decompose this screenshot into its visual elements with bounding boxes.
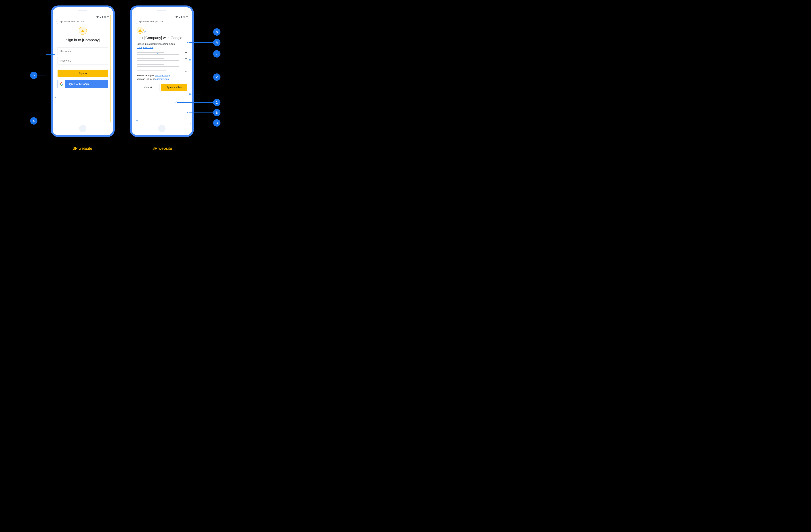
status-time: 12:30 — [104, 16, 109, 18]
callout-1: 1 — [213, 99, 220, 106]
connector-dot — [189, 93, 191, 95]
url-bar[interactable]: https://www.example.com — [57, 19, 109, 24]
connector-dot — [55, 54, 56, 55]
connector-line — [188, 42, 213, 43]
home-button[interactable] — [158, 125, 166, 132]
connector-dot — [144, 31, 146, 32]
password-input[interactable] — [58, 57, 108, 64]
svg-rect-2 — [181, 16, 182, 18]
connector-dot — [187, 42, 189, 43]
connector-dot — [136, 120, 138, 121]
callout-8: 8 — [213, 28, 220, 35]
google-signin-button[interactable]: Sign in with Google — [58, 80, 108, 88]
connector-line — [46, 55, 56, 55]
callout-2: 2 — [213, 73, 220, 81]
google-logo-icon — [58, 80, 65, 88]
callout-3: 3 — [213, 119, 220, 126]
callout-A: A — [213, 39, 220, 46]
connector-line — [145, 32, 213, 32]
status-bar: 12:30 — [55, 15, 110, 19]
connector-dot — [157, 53, 159, 55]
home-button[interactable] — [79, 125, 87, 132]
cancel-button[interactable]: Cancel — [137, 83, 159, 91]
phone-consent: 12:30 https://www.example.com Link [Comp… — [130, 5, 194, 137]
svg-rect-3 — [181, 16, 182, 16]
scope-list — [137, 52, 187, 72]
agree-link-button[interactable]: Agree and link — [161, 83, 187, 91]
callout-7: 7 — [213, 50, 220, 58]
phone-speaker — [78, 10, 87, 11]
status-time: 12:30 — [183, 16, 188, 18]
battery-icon — [181, 16, 182, 18]
callout-6: 6 — [213, 109, 220, 116]
triangle-icon — [81, 29, 85, 32]
scope-item[interactable] — [137, 58, 187, 62]
chevron-down-icon — [185, 52, 187, 53]
unlink-link[interactable]: example.com — [155, 78, 169, 80]
cell-icon — [179, 16, 180, 18]
connector-line — [188, 112, 213, 113]
connector-dot — [175, 102, 177, 103]
connector-dot — [55, 96, 56, 97]
phone-signin: 12:30 https://www.example.com Sign in to… — [51, 5, 115, 137]
company-logo — [79, 27, 87, 35]
connector-line — [190, 60, 201, 60]
signed-in-as: Signed in as user123@example.com — [137, 43, 187, 45]
privacy-policy-link[interactable]: Privacy Policy — [155, 74, 170, 77]
url-bar[interactable]: https://www.example.com — [136, 19, 188, 24]
phone-speaker — [157, 10, 166, 11]
status-bar: 12:30 — [134, 15, 189, 19]
connector-dot — [189, 59, 191, 61]
scope-item[interactable] — [137, 71, 187, 72]
cell-icon — [100, 16, 101, 18]
connector-line — [37, 75, 46, 75]
connector-line — [201, 77, 213, 77]
unlink-line: You can unlink at example.com — [137, 78, 187, 80]
phone-caption-right: 3P website — [153, 146, 172, 151]
callout-4: 4 — [30, 117, 37, 124]
signin-button[interactable]: Sign In — [58, 70, 108, 77]
wifi-icon — [96, 16, 98, 18]
connector-line — [158, 54, 213, 54]
phone-caption-left: 3P website — [73, 146, 92, 151]
chevron-down-icon — [185, 65, 187, 66]
screen-consent: 12:30 https://www.example.com Link [Comp… — [134, 15, 190, 122]
chevron-down-icon — [185, 58, 187, 60]
review-prefix: Review Google's — [137, 74, 155, 77]
google-signin-label: Sign in with Google — [65, 80, 108, 88]
change-account-link[interactable]: change account — [137, 46, 153, 49]
chevron-down-icon — [185, 71, 187, 72]
scope-item[interactable] — [137, 64, 187, 68]
screen-signin: 12:30 https://www.example.com Sign in to… — [55, 15, 111, 122]
unlink-prefix: You can unlink at — [137, 78, 155, 80]
link-title: Link [Company] with Google — [137, 36, 187, 40]
connector-line — [46, 97, 56, 97]
username-input[interactable] — [58, 47, 108, 55]
battery-icon — [102, 16, 103, 18]
company-logo — [137, 27, 143, 34]
connector-line — [37, 121, 137, 121]
triangle-icon — [138, 29, 142, 32]
connector-line — [46, 55, 46, 97]
callout-5: 5 — [30, 72, 37, 79]
svg-rect-1 — [102, 16, 103, 16]
wifi-icon — [175, 16, 178, 18]
privacy-policy-line: Review Google's Privacy Policy — [137, 74, 187, 77]
connector-line — [176, 102, 213, 103]
svg-rect-0 — [102, 16, 103, 18]
connector-dot — [187, 112, 189, 113]
connector-dot — [189, 122, 191, 123]
connector-line — [190, 123, 213, 123]
connector-line — [190, 94, 201, 94]
signin-title: Sign in to [Company] — [58, 38, 108, 42]
